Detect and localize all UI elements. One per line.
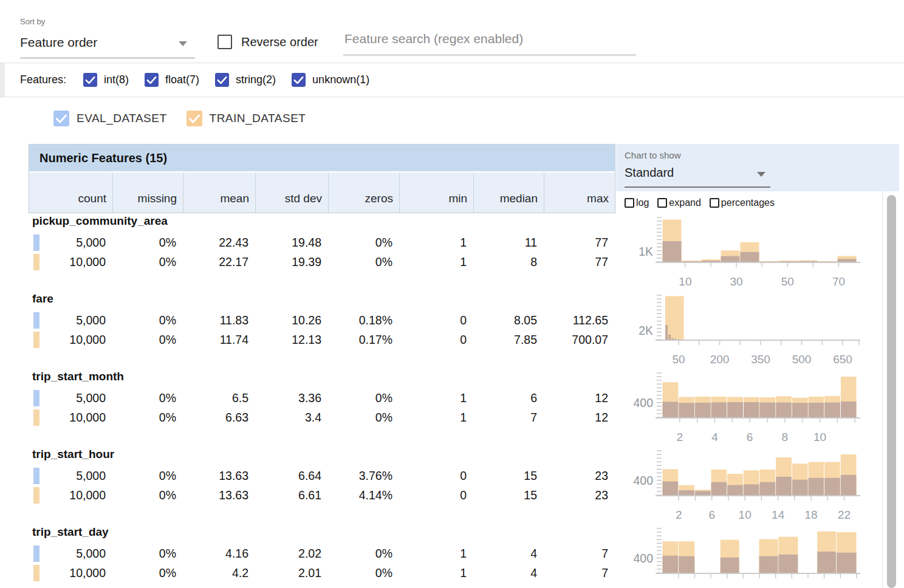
dataset-name: EVAL_DATASET <box>77 112 167 125</box>
feature-type-label: int(8) <box>104 74 129 86</box>
feature-type-filter-unknown[interactable]: unknown(1) <box>292 73 369 87</box>
chart-options: logexpandpercentages <box>625 197 783 208</box>
chart-to-show-label: Chart to show <box>625 150 681 160</box>
cell-std-dev: 10.26 <box>255 311 327 330</box>
svg-text:2K: 2K <box>639 324 653 337</box>
feature-rows: pickup_community_area5,0000%22.4319.480%… <box>29 213 615 588</box>
feature-type-filter-row: Features: int(8)float(7)string(2)unknown… <box>0 63 904 97</box>
search-input[interactable] <box>343 32 636 55</box>
dataset-legend: EVAL_DATASETTRAIN_DATASET <box>53 97 325 140</box>
svg-text:50: 50 <box>672 353 685 366</box>
chart-option-percentages[interactable]: percentages <box>710 197 775 208</box>
cell-max: 77 <box>543 233 614 252</box>
column-header-std-dev: std dev <box>255 173 328 213</box>
dataset-toggle-eval_dataset[interactable]: EVAL_DATASET <box>53 111 167 126</box>
feature-block-fare: fare5,0000%11.8310.260.18%08.05112.6510,… <box>29 291 615 369</box>
cell-mean: 22.17 <box>182 253 255 272</box>
cell-count: 10,000 <box>29 253 112 272</box>
chevron-down-icon[interactable] <box>179 41 187 46</box>
cell-missing: 0% <box>112 467 182 485</box>
chevron-down-icon[interactable] <box>757 172 765 177</box>
cell-min: 0 <box>399 467 473 485</box>
cell-median: 7.85 <box>473 330 543 349</box>
reverse-order-checkbox[interactable] <box>217 35 232 49</box>
histogram-column: 103050701K502003505006502K24681040026101… <box>615 214 904 588</box>
chart-type-select[interactable]: Standard <box>625 166 674 180</box>
cell-zeros: 0% <box>327 408 399 427</box>
checkbox-checked-icon[interactable] <box>187 111 202 126</box>
checkbox-checked-icon[interactable] <box>145 73 159 87</box>
cell-median: 11 <box>473 233 543 252</box>
feature-name: trip_start_day <box>32 525 109 539</box>
checkbox-checked-icon[interactable] <box>292 73 306 87</box>
cell-min: 0 <box>399 330 473 349</box>
cell-max: 7 <box>543 544 614 563</box>
svg-text:650: 650 <box>833 353 852 366</box>
cell-count: 10,000 <box>29 486 112 505</box>
checkbox-checked-icon[interactable] <box>53 111 69 126</box>
feature-type-filter-int[interactable]: int(8) <box>83 73 129 87</box>
cell-count: 10,000 <box>29 330 112 349</box>
feature-type-label: float(7) <box>165 74 199 86</box>
column-header-min: min <box>399 173 473 213</box>
cell-std-dev: 3.4 <box>255 408 327 427</box>
svg-text:10: 10 <box>679 275 691 288</box>
checkbox-unchecked-icon[interactable] <box>710 198 719 208</box>
checkbox-checked-icon[interactable] <box>83 73 97 87</box>
histogram-trip_start_day: 400 <box>615 525 904 588</box>
cell-median: 4 <box>473 564 543 583</box>
feature-type-filter-float[interactable]: float(7) <box>145 73 199 87</box>
svg-text:4: 4 <box>711 431 718 443</box>
svg-text:350: 350 <box>751 353 770 366</box>
cell-zeros: 0.18% <box>327 311 399 330</box>
cell-min: 0 <box>399 311 473 330</box>
cell-mean: 11.83 <box>182 311 255 330</box>
scrollbar-thumb[interactable] <box>887 195 896 588</box>
train-color-swatch <box>33 565 39 581</box>
checkbox-unchecked-icon[interactable] <box>625 198 634 208</box>
svg-text:70: 70 <box>832 275 845 288</box>
feature-block-trip_start_day: trip_start_day5,0000%4.162.020%14710,000… <box>29 524 615 588</box>
histogram-fare: 502003505006502K <box>615 292 904 369</box>
svg-text:6: 6 <box>747 431 753 443</box>
cell-zeros: 0% <box>327 253 399 272</box>
eval-color-swatch <box>33 312 39 329</box>
table-row-train: 10,0000%11.7412.130.17%07.85700.07 <box>29 330 615 349</box>
cell-max: 23 <box>543 467 614 485</box>
eval-color-swatch <box>33 468 39 484</box>
svg-text:500: 500 <box>792 353 812 366</box>
chart-option-log[interactable]: log <box>625 197 649 208</box>
histogram-trip_start_month: 246810400 <box>615 369 904 447</box>
features-label: Features: <box>20 74 66 86</box>
sort-by-label: Sort by <box>20 17 45 26</box>
feature-name: trip_start_hour <box>32 448 114 461</box>
cell-min: 1 <box>399 408 473 427</box>
feature-type-filter-string[interactable]: string(2) <box>215 73 276 87</box>
table-row-eval: 5,0000%6.53.360%1612 <box>29 389 615 408</box>
cell-std-dev: 6.64 <box>255 467 327 485</box>
train-color-swatch <box>33 409 39 426</box>
cell-mean: 13.63 <box>182 486 255 505</box>
chart-option-expand[interactable]: expand <box>657 197 701 208</box>
cell-median: 8.05 <box>473 311 543 330</box>
reverse-order-label: Reverse order <box>241 35 318 49</box>
cell-std-dev: 19.39 <box>255 253 327 272</box>
feature-block-trip_start_hour: trip_start_hour5,0000%13.636.643.76%0152… <box>29 446 615 524</box>
cell-std-dev: 3.36 <box>255 389 327 408</box>
feature-name: pickup_community_area <box>32 214 168 228</box>
eval-color-swatch <box>33 390 39 406</box>
svg-text:18: 18 <box>805 508 818 521</box>
sort-by-select[interactable]: Feature order <box>20 35 97 50</box>
scrollbar-track[interactable] <box>882 191 904 588</box>
cell-max: 7 <box>543 564 614 583</box>
cell-missing: 0% <box>112 311 182 330</box>
train-color-swatch <box>33 254 39 270</box>
dataset-toggle-train_dataset[interactable]: TRAIN_DATASET <box>187 111 306 126</box>
cell-median: 15 <box>473 467 543 485</box>
eval-color-swatch <box>33 234 39 251</box>
cell-zeros: 0% <box>327 564 399 583</box>
checkbox-checked-icon[interactable] <box>215 73 229 87</box>
chart-option-label: expand <box>669 197 701 208</box>
checkbox-unchecked-icon[interactable] <box>657 198 667 208</box>
svg-text:400: 400 <box>633 474 653 487</box>
